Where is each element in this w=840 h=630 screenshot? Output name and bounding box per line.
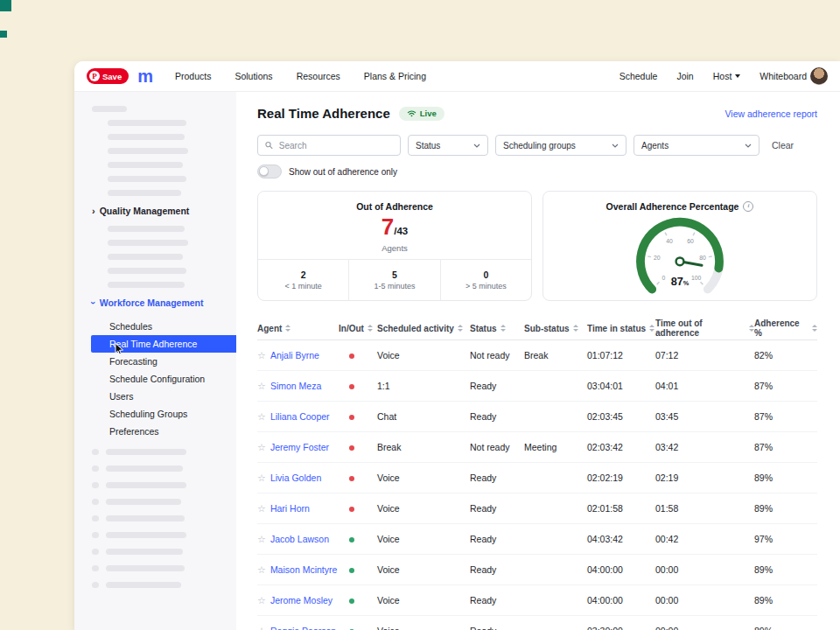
activity-cell: Break (377, 442, 470, 452)
star-icon[interactable]: ☆ (257, 503, 266, 514)
star-icon[interactable]: ☆ (257, 350, 266, 361)
save-label: Save (102, 72, 122, 81)
agent-link[interactable]: Liliana Cooper (270, 411, 330, 422)
nav-menu: ProductsSolutionsResourcesPlans & Pricin… (175, 71, 426, 81)
chevron-down-icon (473, 144, 480, 148)
sort-icon (500, 325, 506, 332)
table-row[interactable]: ☆Livia GoldenVoiceReady02:02:1902:1989% (257, 463, 817, 494)
search-icon (265, 141, 273, 150)
skeleton-row (92, 582, 236, 588)
agent-cell: ☆Maison Mcintyre (257, 564, 339, 576)
table-row[interactable]: ☆Jeremy FosterBreakNot readyMeeting02:03… (257, 432, 817, 463)
nav-link-host[interactable]: Host (713, 71, 741, 81)
time-in-status-cell: 02:01:58 (587, 503, 655, 514)
column-header-sub-status[interactable]: Sub-status (524, 324, 587, 333)
miro-logo[interactable]: m (137, 68, 152, 84)
nav-link-products[interactable]: Products (175, 71, 211, 81)
agent-link[interactable]: Livia Golden (270, 472, 321, 483)
nav-link-schedule[interactable]: Schedule (620, 71, 658, 81)
table-row[interactable]: ☆Liliana CooperChatReady02:03:4503:4587% (257, 402, 817, 432)
skeleton-bar (106, 482, 186, 488)
agent-link[interactable]: Simon Meza (270, 381, 321, 391)
column-header-time-out-of-adherence[interactable]: Time out of adherence (655, 318, 754, 338)
sidebar-item-quality-management[interactable]: › Quality Management (74, 206, 236, 216)
nav-link-join[interactable]: Join (676, 71, 693, 81)
agent-link[interactable]: Jeremy Foster (270, 442, 329, 452)
sidebar-item-users[interactable]: Users (91, 388, 236, 405)
pinterest-save-button[interactable]: P Save (87, 68, 129, 84)
table-row[interactable]: ☆Hari HornVoiceReady02:01:5801:5889% (257, 494, 817, 524)
star-icon[interactable]: ☆ (257, 442, 266, 453)
corner-artifact (0, 0, 11, 11)
agents-dropdown[interactable]: Agents (634, 135, 760, 156)
table-row[interactable]: ☆Jerome MosleyVoiceReady04:00:0000:0089% (257, 585, 817, 616)
skeleton-bar (108, 162, 183, 168)
column-header-in-out[interactable]: In/Out (339, 324, 377, 333)
adherence-buckets: 2 < 1 minute 5 1-5 minutes 0 > 5 minutes (258, 259, 531, 300)
sidebar-item-scheduling-groups[interactable]: Scheduling Groups (91, 405, 236, 423)
nav-link-resources[interactable]: Resources (297, 71, 340, 81)
adherence-cell: 97% (754, 534, 817, 544)
nav-right-menu: ScheduleJoinHostWhiteboard (620, 71, 807, 81)
star-icon[interactable]: ☆ (257, 595, 266, 606)
skeleton-bar (92, 482, 99, 488)
column-header-time-in-status[interactable]: Time in status (587, 324, 655, 333)
search-box[interactable] (257, 135, 401, 156)
star-icon[interactable]: ☆ (257, 626, 266, 630)
sidebar-item-schedule-configuration[interactable]: Schedule Configuration (91, 370, 236, 388)
sidebar-item-preferences[interactable]: Preferences (91, 423, 236, 440)
agents-table: AgentIn/OutScheduled activityStatusSub-s… (257, 317, 817, 630)
agent-link[interactable]: Hari Horn (270, 503, 310, 514)
in-status-dot (349, 568, 354, 573)
gauge-tick (665, 233, 667, 236)
view-adherence-report-link[interactable]: View adherence report (725, 108, 817, 119)
time-out-of-adherence-cell: 00:42 (655, 534, 754, 544)
activity-cell: Chat (377, 411, 470, 422)
out-of-adherence-toggle[interactable] (257, 164, 282, 178)
column-header-adherence[interactable]: Adherence % (754, 318, 817, 338)
star-icon[interactable]: ☆ (257, 564, 266, 576)
skeleton-bar (106, 582, 181, 588)
agent-link[interactable]: Jacob Lawson (270, 534, 329, 544)
star-icon[interactable]: ☆ (257, 381, 266, 392)
sort-icon (649, 325, 654, 332)
sidebar-item-workforce-management[interactable]: › Workforce Management (74, 298, 236, 308)
column-header-agent[interactable]: Agent (257, 324, 339, 333)
agent-link[interactable]: Reggie Pearson (270, 626, 336, 630)
sidebar-item-schedules[interactable]: Schedules (91, 318, 236, 335)
pinterest-icon: P (89, 71, 100, 81)
nav-link-solutions[interactable]: Solutions (234, 71, 272, 81)
sidebar-item-real-time-adherence[interactable]: Real Time Adherence (91, 335, 236, 353)
table-row[interactable]: ☆Maison McintyreVoiceReady04:00:0000:008… (257, 555, 817, 585)
gauge-tick (657, 282, 660, 284)
info-icon[interactable]: i (743, 201, 753, 212)
agent-link[interactable]: Maison Mcintyre (270, 564, 337, 575)
column-header-scheduled-activity[interactable]: Scheduled activity (377, 324, 470, 333)
skeleton-bar (92, 466, 99, 472)
status-dropdown[interactable]: Status (408, 135, 488, 156)
bucket-value: 5 (392, 270, 397, 280)
inout-cell (339, 626, 377, 630)
user-avatar[interactable] (810, 67, 828, 85)
agent-link[interactable]: Jerome Mosley (270, 595, 332, 606)
star-icon[interactable]: ☆ (257, 534, 266, 545)
corner-artifact (0, 31, 7, 38)
table-row[interactable]: ☆Anjali ByrneVoiceNot readyBreak01:07:12… (257, 340, 817, 371)
table-row[interactable]: ☆Jacob LawsonVoiceReady04:03:4200:4297% (257, 524, 817, 555)
star-icon[interactable]: ☆ (257, 472, 266, 484)
table-row[interactable]: ☆Reggie PearsonVoiceReady03:30:0000:0089… (257, 616, 817, 630)
clear-filters-link[interactable]: Clear (772, 140, 794, 150)
nav-link-plans-pricing[interactable]: Plans & Pricing (364, 71, 426, 81)
sidebar-item-forecasting[interactable]: Forecasting (91, 353, 236, 370)
star-icon[interactable]: ☆ (257, 411, 266, 423)
column-header-status[interactable]: Status (470, 324, 524, 333)
nav-link-whiteboard[interactable]: Whiteboard (760, 71, 807, 81)
table-row[interactable]: ☆Simon Meza1:1Ready03:04:0104:0187% (257, 371, 817, 402)
agent-link[interactable]: Anjali Byrne (270, 350, 319, 360)
scheduling-groups-dropdown[interactable]: Scheduling groups (495, 135, 626, 156)
skeleton-row (92, 449, 236, 455)
search-input[interactable] (277, 140, 393, 151)
agent-cell: ☆Anjali Byrne (257, 350, 339, 361)
out-status-dot (349, 354, 354, 359)
time-in-status-cell: 02:03:42 (587, 442, 655, 452)
